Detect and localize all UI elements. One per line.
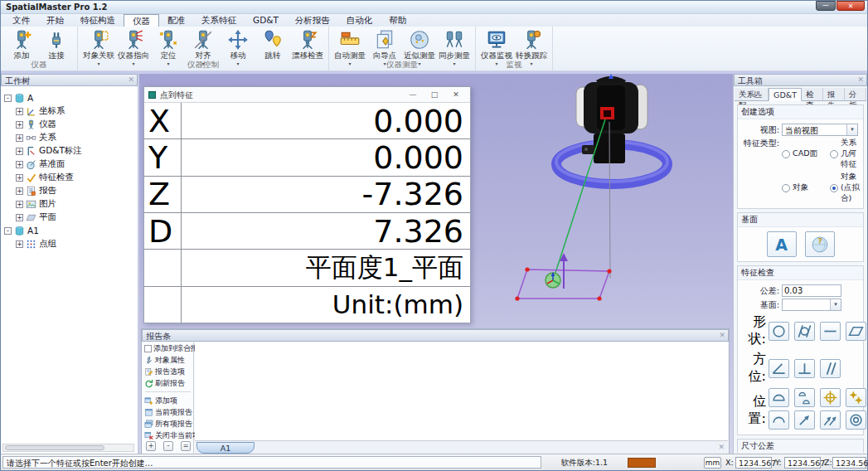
add-to-summary-checkbox[interactable] [144,345,152,352]
gdt-profile-dual-button[interactable] [794,388,815,407]
radio-icon[interactable] [782,150,790,158]
scrollbar-thumb[interactable] [5,445,104,450]
radio-icon[interactable] [830,150,838,158]
report-add-to-summary[interactable]: 添加到综合报告 [143,342,193,354]
report-size-button-2[interactable]: = [181,441,191,451]
minimize-button[interactable]: — [816,1,836,11]
coord-y-value[interactable]: 1234.567 [784,457,821,469]
expand-icon[interactable]: + [16,161,23,168]
tree-node-datum-5[interactable]: +基准面 [1,158,138,171]
toolbox-tab-4[interactable]: 分析 [845,88,866,100]
measurement-close-button[interactable]: ✕ [445,90,467,99]
tree-node-instrument-2[interactable]: +仪器 [1,118,138,131]
unit-button[interactable]: mm [704,457,721,469]
tolerance-input[interactable] [782,284,841,297]
coord-z-value[interactable]: 1234.567 [832,457,866,469]
ribbon-button-drift-check[interactable]: 漂移检查 [290,28,325,61]
measurement-window-titlebar[interactable]: 点到特征 — □ ✕ [144,87,470,103]
tree-node-report-7[interactable]: +报告 [1,184,138,197]
gdt-concentricity-button[interactable] [846,410,866,430]
toolbox-tab-2[interactable]: 检查 [802,88,823,100]
gdt-circularity-button[interactable] [769,322,789,341]
report-item-wrench[interactable]: 对象属性 [143,354,193,366]
report-tab-a1[interactable]: A1 [196,442,255,454]
gdt-flatness-button[interactable] [846,322,866,341]
ribbon-button-connector-plug[interactable]: 连接 [39,28,74,61]
menu-item-2[interactable]: 特征构造 [72,14,124,27]
menu-item-6[interactable]: GD&T [245,14,287,27]
gdt-parallelism-button[interactable] [820,359,841,378]
gdt-runout-button[interactable] [794,410,815,430]
report-item-report-opt[interactable]: 报告选项 [143,366,193,377]
tree-node-picture-8[interactable]: +图片 [1,197,138,211]
report-size-button-0[interactable]: + [146,441,156,451]
toolbox-tab-1[interactable]: GD&T [769,88,802,101]
ribbon-button-instrument-add[interactable]: 添加 [4,28,39,61]
expand-icon[interactable]: + [16,148,23,155]
worktree-close-icon[interactable]: ✕ [128,75,134,84]
report-item-all-report[interactable]: 所有项报告 [143,418,193,430]
expand-icon[interactable]: + [16,134,23,142]
radio-icon[interactable] [782,184,790,192]
chevron-down-icon[interactable]: ▾ [830,299,841,310]
tree-node-featcheck-6[interactable]: +特征检查 [1,171,138,184]
report-item-close-items[interactable]: 关闭非当前项 [143,430,193,441]
menu-item-0[interactable]: 文件 [4,14,38,27]
menu-item-8[interactable]: 自动化 [338,14,381,27]
expand-icon[interactable]: + [16,174,23,182]
report-tabstrip-close-icon[interactable]: ✕ [718,443,725,451]
expand-icon[interactable]: + [16,201,23,208]
gdt-symmetry-button[interactable] [846,388,866,407]
expand-icon[interactable]: + [16,214,23,221]
menu-item-4[interactable]: 配准 [159,14,193,27]
gdt-profile-line-button[interactable] [769,410,789,430]
tree-node-relation-3[interactable]: +关系 [1,131,138,144]
toolbox-tab-3[interactable]: 报告 [823,88,845,100]
viewport-3d[interactable]: 点到特征 — □ ✕ X0.000Y0.000Z-7.326D7.326平面度1… [139,74,733,454]
feature-type-radio-0[interactable]: CAD面 [782,138,825,170]
measurement-window[interactable]: 点到特征 — □ ✕ X0.000Y0.000Z-7.326D7.326平面度1… [143,86,471,323]
titlebar[interactable]: SpatialMaster Pro 1.2 — ✕ [1,1,867,14]
menu-item-9[interactable]: 帮助 [381,14,415,27]
tree-node-gdt-4[interactable]: +GD&T标注 [1,144,138,158]
feature-type-radio-1[interactable]: 关系几何特征 [830,138,860,170]
datum-letter-button[interactable]: A [767,231,797,257]
view-dropdown[interactable]: 当前视图 ▾ [782,124,858,136]
tree-node-points-11[interactable]: +点组 [1,237,138,250]
report-bar-close-icon[interactable]: ✕ [719,331,725,339]
expand-icon[interactable]: + [16,121,23,129]
menu-item-3[interactable]: 仪器 [124,14,159,27]
report-item-cur-report[interactable]: 当前项报告 [143,406,193,418]
expand-icon[interactable]: + [16,187,23,195]
collapse-icon[interactable]: - [4,227,12,235]
chevron-down-icon[interactable]: ▾ [846,124,857,135]
tree-node-project-0[interactable]: -A [1,91,138,104]
measurement-minimize-button[interactable]: — [402,90,424,99]
datum-dropdown[interactable]: ▾ [782,299,841,311]
gdt-profile-surface-button[interactable] [769,388,789,407]
report-item-refresh[interactable]: 刷新报告 [143,377,193,389]
coord-x-value[interactable]: 1234.567 [735,457,772,469]
close-button[interactable]: ✕ [836,1,865,11]
radio-icon[interactable] [830,184,838,192]
tree-node-project-10[interactable]: -A1 [1,224,138,237]
menu-item-7[interactable]: 分析报告 [287,14,338,27]
measurement-maximize-button[interactable]: □ [424,90,445,99]
report-size-button-1[interactable]: - [163,441,173,451]
gdt-straightness-button[interactable] [820,322,841,341]
report-item-add-item[interactable]: 添加项 [143,395,193,406]
gdt-position-button[interactable] [820,388,841,407]
menu-item-1[interactable]: 开始 [38,14,72,27]
feature-type-radio-2[interactable]: 对象 [782,172,825,204]
expand-icon[interactable]: + [16,108,23,115]
gdt-cylindricity-button[interactable] [794,322,815,341]
worktree-hscrollbar[interactable] [2,444,134,452]
gdt-perpendicularity-button[interactable] [794,359,815,378]
ribbon-button-jump-pins[interactable]: 跳转 [255,28,290,61]
report-content[interactable] [195,342,728,440]
gdt-angularity-button[interactable] [769,359,789,378]
toolbox-tab-0[interactable]: 关系匹配 [735,88,769,100]
datum-sphere-button[interactable]: ? [805,231,835,257]
tree-node-coords-1[interactable]: +坐标系 [1,104,138,118]
tree-node-plane-9[interactable]: +平面 [1,211,138,224]
